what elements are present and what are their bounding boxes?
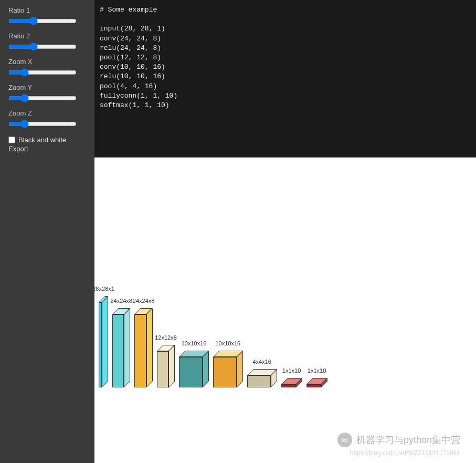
slider-label: Ratio 2: [8, 32, 86, 40]
sidebar: Ratio 1Ratio 2Zoom XZoom YZoom Z Black a…: [0, 0, 94, 463]
layer-label: 28x28x1: [92, 286, 114, 292]
layer-7: 1x1x10: [281, 378, 302, 387]
layer-container: 28x28x124x24x824x24x812x12x810x10x1610x1…: [99, 296, 331, 387]
watermark-text: 机器学习与python集中营: [356, 434, 460, 446]
wechat-icon: ✉: [337, 433, 352, 447]
layer-label: 10x10x16: [182, 340, 207, 346]
layer-1: 24x24x8: [112, 308, 130, 387]
layer-label: 10x10x16: [216, 340, 241, 346]
slider-ratio-1[interactable]: [8, 18, 77, 24]
slider-zoom-z[interactable]: [8, 121, 77, 127]
bw-checkbox-row[interactable]: Black and white: [8, 136, 86, 144]
visualization-area: 28x28x124x24x824x24x812x12x810x10x1610x1…: [94, 157, 476, 463]
layer-2: 24x24x8: [134, 308, 152, 387]
watermark: ✉ 机器学习与python集中营: [337, 433, 460, 447]
layer-5: 10x10x16: [213, 351, 243, 387]
slider-label: Ratio 1: [8, 6, 86, 14]
layer-label: 12x12x8: [155, 334, 177, 341]
main-area: # Some example input(28, 28, 1) conv(24,…: [94, 0, 476, 463]
slider-group-zoom-x: Zoom X: [8, 58, 86, 77]
watermark-url: https://blog.csdn.net/WZZ18191171661: [350, 449, 460, 457]
slider-group-zoom-y: Zoom Y: [8, 83, 86, 103]
layer-label: 24x24x8: [133, 298, 155, 304]
bw-checkbox-label: Black and white: [18, 136, 66, 144]
slider-label: Zoom Z: [8, 109, 86, 117]
bw-checkbox[interactable]: [8, 136, 15, 143]
export-link[interactable]: Export: [8, 145, 86, 153]
layer-label: 24x24x8: [110, 298, 132, 304]
layer-label: 1x1x10: [282, 367, 301, 374]
slider-label: Zoom Y: [8, 83, 86, 91]
layer-label: 1x1x10: [308, 367, 326, 374]
layer-4: 10x10x16: [179, 351, 209, 387]
slider-group-ratio-2: Ratio 2: [8, 32, 86, 51]
slider-ratio-2[interactable]: [8, 44, 77, 49]
layer-0: 28x28x1: [99, 296, 108, 387]
layer-8: 1x1x10: [306, 378, 327, 387]
layer-6: 4x4x16: [247, 369, 277, 387]
slider-group-zoom-z: Zoom Z: [8, 109, 86, 129]
layer-label: 4x4x16: [252, 359, 271, 365]
layer-3: 12x12x8: [157, 345, 175, 388]
slider-label: Zoom X: [8, 58, 86, 66]
code-editor[interactable]: # Some example input(28, 28, 1) conv(24,…: [94, 0, 476, 157]
slider-zoom-x[interactable]: [8, 70, 77, 75]
slider-zoom-y[interactable]: [8, 96, 77, 101]
slider-group-ratio-1: Ratio 1: [8, 6, 86, 26]
